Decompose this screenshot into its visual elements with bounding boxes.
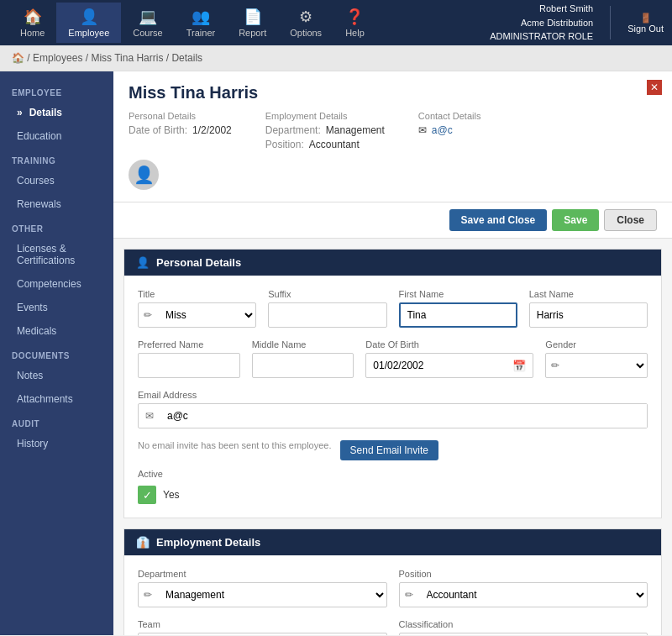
report-icon: 📄 — [244, 8, 262, 26]
position-select-wrap[interactable]: ✏ Accountant — [399, 582, 648, 607]
field-gender: Gender ✏ Male Female — [545, 339, 648, 378]
title-select-wrap[interactable]: ✏ Miss Mr Mrs Dr — [138, 302, 256, 328]
position-edit-icon[interactable]: ✏ — [400, 589, 418, 601]
top-navigation: 🏠 Home 👤 Employee 💻 Course 👥 Trainer 📄 R… — [0, 0, 672, 45]
active-value: Yes — [163, 489, 180, 501]
field-middle-name: Middle Name — [252, 339, 354, 378]
send-invite-button[interactable]: Send Email Invite — [340, 440, 438, 460]
breadcrumb-employee-name[interactable]: Miss Tina Harris — [91, 52, 163, 64]
title-edit-icon[interactable]: ✏ — [139, 309, 157, 321]
main-content: ✕ Miss Tina Harris Personal Details Date… — [113, 71, 672, 635]
classification-select-wrap[interactable]: ✏ — [399, 633, 648, 635]
header-close-button[interactable]: ✕ — [647, 80, 662, 95]
preferred-name-input[interactable] — [138, 353, 240, 378]
nav-divider — [610, 6, 611, 39]
field-preferred-name: Preferred Name — [138, 339, 240, 378]
close-button[interactable]: Close — [604, 209, 657, 231]
nav-options[interactable]: ⚙ Options — [278, 3, 333, 43]
department-edit-icon[interactable]: ✏ — [139, 589, 157, 601]
person-icon: 👤 — [136, 256, 150, 269]
sidebar-section-documents: DOCUMENTS — [0, 343, 113, 364]
help-icon: ❓ — [345, 8, 364, 26]
field-last-name: Last Name — [529, 289, 648, 328]
team-select[interactable] — [157, 633, 386, 635]
field-team: Team ✏ — [138, 619, 387, 635]
suffix-input[interactable] — [268, 302, 386, 328]
sidebar-item-details[interactable]: Details — [0, 101, 113, 124]
field-active: Active ✓ Yes — [138, 469, 648, 504]
nav-trainer[interactable]: 👥 Trainer — [175, 3, 227, 43]
sidebar-item-medicals[interactable]: Medicals — [0, 319, 113, 343]
sidebar-section-other: OTHER — [0, 216, 113, 237]
field-email: Email Address ✉ — [138, 390, 648, 428]
toolbar: Save and Close Save Close — [113, 202, 672, 239]
email-input[interactable] — [160, 404, 647, 428]
team-select-wrap[interactable]: ✏ — [138, 633, 387, 635]
email-hint-text: No email invite has been sent to this em… — [138, 440, 332, 450]
nav-user-info: Robert Smith Acme Distribution ADMINISTR… — [490, 2, 664, 44]
avatar: 👤 — [129, 160, 657, 190]
gender-select-wrap[interactable]: ✏ Male Female — [545, 353, 648, 378]
breadcrumb-employees[interactable]: Employees — [33, 52, 82, 64]
nav-course[interactable]: 💻 Course — [121, 3, 174, 43]
personal-section-header: 👤 Personal Details — [124, 250, 661, 276]
sidebar-item-events[interactable]: Events — [0, 296, 113, 319]
field-first-name: First Name — [399, 289, 517, 328]
sign-out-button[interactable]: 🚪 Sign Out — [627, 13, 664, 34]
save-button[interactable]: Save — [552, 209, 599, 231]
course-icon: 💻 — [139, 8, 157, 26]
field-dob: Date Of Birth 📅 — [365, 339, 533, 378]
last-name-input[interactable] — [529, 302, 648, 328]
contact-details-col: Contact Details ✉ a@c — [418, 111, 481, 153]
sidebar-item-attachments[interactable]: Attachments — [0, 387, 113, 411]
sidebar-item-notes[interactable]: Notes — [0, 364, 113, 387]
field-classification: Classification ✏ — [399, 619, 648, 635]
active-row: ✓ Yes — [138, 486, 648, 504]
nav-employee[interactable]: 👤 Employee — [56, 3, 121, 43]
sidebar-item-competencies[interactable]: Competencies — [0, 272, 113, 296]
sidebar-item-courses[interactable]: Courses — [0, 169, 113, 192]
save-close-button[interactable]: Save and Close — [449, 209, 548, 231]
employment-section-header: 👔 Employment Details — [124, 529, 661, 555]
options-icon: ⚙ — [299, 8, 312, 26]
nav-items: 🏠 Home 👤 Employee 💻 Course 👥 Trainer 📄 R… — [8, 3, 490, 43]
employment-icon: 👔 — [136, 536, 150, 549]
employment-details-section: 👔 Employment Details Department ✏ Manage… — [123, 528, 662, 635]
first-name-input[interactable] — [399, 302, 517, 328]
gender-select[interactable]: Male Female — [564, 354, 647, 377]
employment-section-body: Department ✏ Management Position ✏ — [124, 555, 661, 635]
department-select-wrap[interactable]: ✏ Management — [138, 582, 387, 607]
nav-report[interactable]: 📄 Report — [227, 3, 278, 43]
gender-edit-icon[interactable]: ✏ — [546, 360, 564, 371]
sidebar-item-history[interactable]: History — [0, 432, 113, 455]
calendar-icon[interactable]: 📅 — [506, 360, 533, 372]
sidebar-section-employee: EMPLOYEE — [0, 80, 113, 101]
employment-details-col: Employment Details Department: Managemen… — [265, 111, 385, 153]
email-input-wrap[interactable]: ✉ — [138, 403, 648, 428]
employee-header: ✕ Miss Tina Harris Personal Details Date… — [113, 71, 672, 202]
sidebar-item-renewals[interactable]: Renewals — [0, 192, 113, 216]
main-layout: EMPLOYEE Details Education TRAINING Cour… — [0, 71, 672, 635]
field-position: Position ✏ Accountant — [399, 569, 648, 607]
department-select[interactable]: Management — [157, 583, 386, 607]
sidebar-item-licenses[interactable]: Licenses & Certifications — [0, 237, 113, 272]
dob-input[interactable] — [366, 360, 506, 371]
nav-home[interactable]: 🏠 Home — [8, 3, 56, 43]
position-select[interactable]: Accountant — [418, 583, 648, 607]
middle-name-input[interactable] — [252, 353, 354, 378]
form-row-email: Email Address ✉ — [138, 390, 648, 428]
title-select[interactable]: Miss Mr Mrs Dr — [157, 303, 255, 327]
field-suffix: Suffix — [268, 289, 386, 328]
classification-select[interactable] — [418, 633, 648, 635]
breadcrumb: 🏠 / Employees / Miss Tina Harris / Detai… — [0, 45, 672, 71]
dob-date-wrap[interactable]: 📅 — [365, 353, 533, 378]
email-prefix-icon: ✉ — [139, 410, 160, 422]
personal-details-col: Personal Details Date of Birth: 1/2/2002 — [129, 111, 232, 153]
trainer-icon: 👥 — [192, 8, 210, 26]
active-check-icon[interactable]: ✓ — [138, 486, 156, 504]
sidebar-section-training: TRAINING — [0, 148, 113, 169]
nav-help[interactable]: ❓ Help — [333, 3, 376, 43]
employee-email-link[interactable]: a@c — [432, 124, 453, 136]
user-details: Robert Smith Acme Distribution ADMINISTR… — [490, 2, 593, 44]
sidebar-item-education[interactable]: Education — [0, 124, 113, 148]
